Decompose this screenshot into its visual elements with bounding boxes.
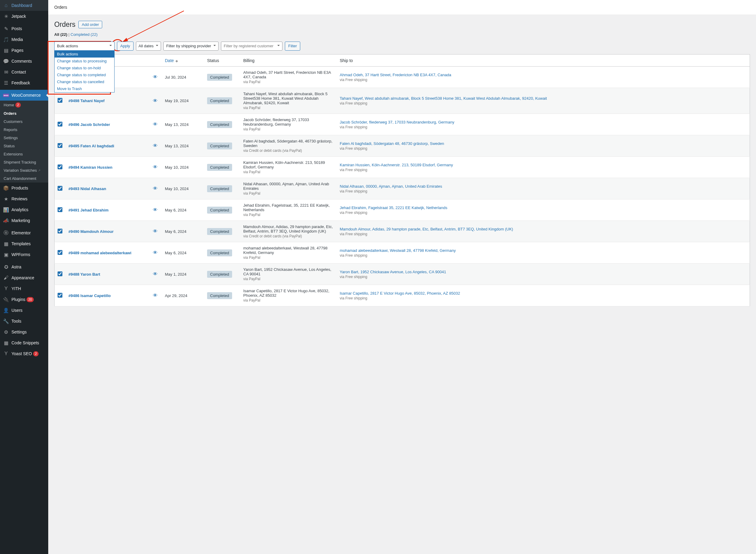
order-link[interactable]: #9486 Isamar Capetillo	[68, 293, 111, 298]
order-link[interactable]: #9496 Jacob Schröder	[68, 122, 110, 127]
bulk-option[interactable]: Move to Trash	[55, 85, 114, 92]
preview-icon[interactable]: 👁	[153, 229, 158, 234]
sidebar-item-astra[interactable]: ✪Astra	[0, 262, 48, 272]
ship-address-link[interactable]: Jacob Schröder, fliederweg 37, 17033 Neu…	[340, 120, 747, 124]
table-row[interactable]: #9490 Mamdouh Almour👁May 6, 2024Complete…	[55, 221, 750, 242]
row-checkbox[interactable]	[58, 250, 62, 255]
sidebar-item-woocommerce[interactable]: wooWooCommerce	[0, 90, 48, 101]
preview-icon[interactable]: 👁	[153, 250, 158, 255]
preview-icon[interactable]: 👁	[153, 122, 158, 127]
customer-filter-input[interactable]	[224, 44, 275, 48]
ship-address-link[interactable]: Ahmad Odeh, 37 Hartt Street, Fredericton…	[340, 72, 747, 77]
ship-address-link[interactable]: Isamar Capetillo, 2817 E Victor Hugo Ave…	[340, 291, 747, 295]
sidebar-item-dashboard[interactable]: ⌂Dashboard	[0, 0, 48, 11]
table-row[interactable]: #9498 Tahani Nayef👁May 19, 2024Completed…	[55, 88, 750, 114]
order-link[interactable]: #9491 Jehad Ebrahim	[68, 208, 108, 212]
view-completed[interactable]: Completed (22)	[70, 32, 98, 37]
table-row[interactable]: #9495 Faten Al baghdadi👁May 13, 2024Comp…	[55, 135, 750, 157]
submenu-home[interactable]: Home2	[0, 101, 48, 109]
row-checkbox[interactable]	[58, 98, 62, 103]
sidebar-item-media[interactable]: 🎵Media	[0, 34, 48, 45]
sidebar-item-feedback[interactable]: ☰Feedback	[0, 77, 48, 88]
order-link[interactable]: #9498 Tahani Nayef	[68, 99, 105, 103]
ship-address-link[interactable]: Yaron Bart, 1952 Chickasaw Avenue, Los A…	[340, 270, 747, 274]
submenu-shipment-tracking[interactable]: Shipment Tracking	[0, 158, 48, 166]
ship-address-link[interactable]: Mamdouh Almour, Adidas, 29 hampton parad…	[340, 227, 747, 231]
table-row[interactable]: #9489 mohamad alebeedalterkawi👁May 6, 20…	[55, 242, 750, 264]
order-link[interactable]: #9488 Yaron Bart	[68, 272, 100, 277]
bulk-option[interactable]: Change status to on-hold	[55, 64, 114, 71]
row-checkbox[interactable]	[58, 271, 62, 276]
bulk-option[interactable]: Bulk actions	[55, 51, 114, 58]
row-checkbox[interactable]	[58, 207, 62, 212]
sidebar-item-plugins[interactable]: 🔌Plugins20	[0, 294, 48, 305]
sidebar-item-products[interactable]: 📦Products	[0, 182, 48, 193]
table-row[interactable]: #9486 Isamar Capetillo👁Apr 29, 2024Compl…	[55, 285, 750, 307]
view-all[interactable]: All (22)	[54, 32, 67, 37]
bulk-option[interactable]: Change status to cancelled	[55, 78, 114, 85]
sidebar-item-wpforms[interactable]: ▣WPForms	[0, 249, 48, 260]
preview-icon[interactable]: 👁	[153, 74, 158, 79]
bulk-option[interactable]: Change status to processing	[55, 58, 114, 64]
preview-icon[interactable]: 👁	[153, 98, 158, 103]
submenu-customers[interactable]: Customers	[0, 117, 48, 126]
preview-icon[interactable]: 👁	[153, 164, 158, 170]
ship-address-link[interactable]: Faten Al baghdadi, Södergatan 48, 46730 …	[340, 141, 747, 146]
row-checkbox[interactable]	[58, 293, 62, 298]
apply-button[interactable]: Apply	[117, 42, 134, 51]
ship-address-link[interactable]: Jehad Ebrahim, Fagelstraat 35, 2221 EE K…	[340, 206, 747, 210]
submenu-variation-swatches[interactable]: Variation Swatches↗	[0, 166, 48, 174]
sidebar-item-posts[interactable]: ✎Posts	[0, 23, 48, 34]
row-checkbox[interactable]	[58, 143, 62, 148]
table-row[interactable]: #9494 Kamiran Hussien👁May 10, 2024Comple…	[55, 157, 750, 178]
table-row[interactable]: #9493 Nidal Alhasan👁May 10, 2024Complete…	[55, 178, 750, 200]
bulk-actions-select[interactable]: Bulk actions Bulk actionsChange status t…	[54, 42, 114, 51]
table-row[interactable]: #9488 Yaron Bart👁May 1, 2024CompletedYar…	[55, 264, 750, 285]
table-row[interactable]: #9496 Jacob Schröder👁May 13, 2024Complet…	[55, 114, 750, 135]
submenu-cart-abandonment[interactable]: Cart Abandonment	[0, 174, 48, 182]
sidebar-item-elementor[interactable]: ⓔElementor	[0, 227, 48, 238]
submenu-orders[interactable]: Orders	[0, 109, 48, 117]
order-link[interactable]: #9490 Mamdouh Almour	[68, 229, 114, 234]
sidebar-item-templates[interactable]: ▦Templates	[0, 238, 48, 249]
submenu-status[interactable]: Status	[0, 142, 48, 150]
sidebar-item-reviews[interactable]: ★Reviews	[0, 193, 48, 204]
sidebar-item-comments[interactable]: 💬Comments	[0, 56, 48, 67]
order-link[interactable]: #9493 Nidal Alhasan	[68, 186, 106, 191]
row-checkbox[interactable]	[58, 186, 62, 191]
ship-address-link[interactable]: mohamad alebeedalterkawi, Westwall 28, 4…	[340, 248, 747, 253]
preview-icon[interactable]: 👁	[153, 186, 158, 191]
submenu-settings[interactable]: Settings	[0, 134, 48, 142]
submenu-reports[interactable]: Reports	[0, 126, 48, 134]
shipping-provider-filter[interactable]: Filter by shipping provider	[163, 42, 218, 51]
sidebar-item-analytics[interactable]: 📊Analytics	[0, 204, 48, 215]
sidebar-item-appearance[interactable]: 🖌Appearance	[0, 272, 48, 283]
preview-icon[interactable]: 👁	[153, 143, 158, 148]
table-row[interactable]: #9500 Ahmad Odeh👁Jul 30, 2024CompletedAh…	[55, 67, 750, 88]
sidebar-item-tools[interactable]: 🔧Tools	[0, 316, 48, 327]
row-checkbox[interactable]	[58, 229, 62, 233]
order-link[interactable]: #9494 Kamiran Hussien	[68, 165, 112, 170]
sidebar-item-yith[interactable]: YYITH	[0, 283, 48, 294]
order-link[interactable]: #9495 Faten Al baghdadi	[68, 144, 114, 148]
sidebar-item-yoast-seo[interactable]: YYoast SEO2	[0, 348, 48, 359]
ship-address-link[interactable]: Nidal Alhasan, 00000, Ajman, Ajman, Unit…	[340, 184, 747, 188]
sidebar-item-pages[interactable]: ▤Pages	[0, 45, 48, 56]
filter-button[interactable]: Filter	[285, 42, 300, 51]
customer-filter[interactable]	[221, 42, 283, 51]
table-row[interactable]: #9491 Jehad Ebrahim👁May 6, 2024Completed…	[55, 200, 750, 221]
preview-icon[interactable]: 👁	[153, 207, 158, 212]
sidebar-item-marketing[interactable]: 📣Marketing	[0, 215, 48, 226]
sidebar-item-users[interactable]: 👤Users	[0, 305, 48, 316]
ship-address-link[interactable]: Tahani Nayef, West abdullah almubarak, B…	[340, 96, 747, 101]
row-checkbox[interactable]	[58, 122, 62, 126]
ship-address-link[interactable]: Kamiran Hussien, Köln-Aachnerstr. 213, 5…	[340, 163, 747, 167]
bulk-option[interactable]: Change status to completed	[55, 71, 114, 78]
sidebar-item-settings[interactable]: ⚙Settings	[0, 327, 48, 337]
add-order-button[interactable]: Add order	[79, 21, 102, 28]
sidebar-item-jetpack[interactable]: ✳Jetpack	[0, 11, 48, 22]
sidebar-item-code-snippets[interactable]: ▦Code Snippets	[0, 337, 48, 348]
row-checkbox[interactable]	[58, 164, 62, 169]
date-filter[interactable]: All dates	[136, 42, 161, 51]
order-link[interactable]: #9489 mohamad alebeedalterkawi	[68, 251, 132, 255]
